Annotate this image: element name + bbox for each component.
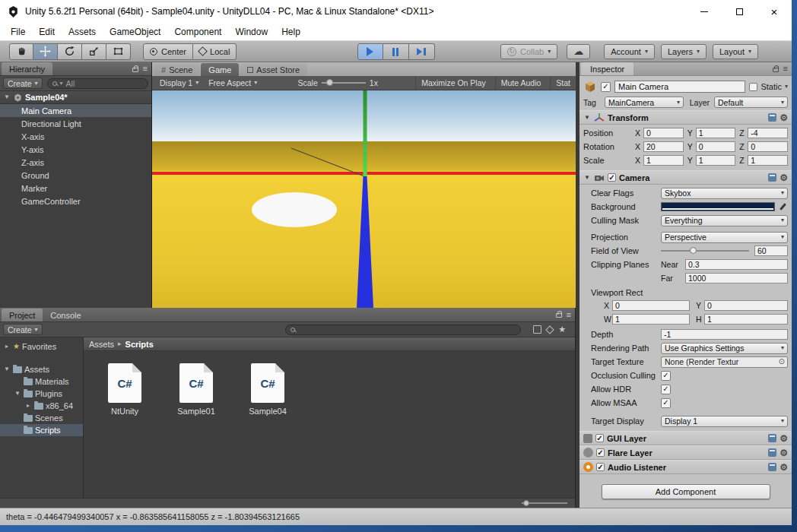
scale-x-field[interactable]: 1	[643, 155, 684, 166]
foldout-open-icon[interactable]: ▼	[3, 94, 11, 100]
search-by-type-icon[interactable]	[533, 325, 541, 334]
hierarchy-item-marker[interactable]: Marker	[0, 182, 151, 195]
viewport-y-field[interactable]: 0	[704, 300, 788, 311]
menu-file[interactable]: File	[4, 23, 32, 40]
depth-field[interactable]: -1	[661, 329, 788, 340]
play-button[interactable]	[357, 43, 383, 60]
panel-menu-icon[interactable]: ≡	[143, 65, 148, 73]
allow-hdr-checkbox[interactable]: ✓	[661, 385, 671, 394]
asset-zoom-thumb[interactable]	[523, 500, 529, 506]
fov-slider[interactable]	[661, 250, 749, 252]
far-clip-field[interactable]: 1000	[685, 273, 788, 283]
audio-listener-header[interactable]: ✓ Audio Listener ⚙	[579, 460, 792, 474]
gear-icon[interactable]: ⚙	[780, 448, 788, 458]
static-toggle[interactable]: Static ▾	[749, 82, 788, 91]
foldout-closed-icon[interactable]: ▸	[24, 403, 32, 409]
gear-icon[interactable]: ⚙	[780, 434, 788, 443]
asset-zoom-slider[interactable]	[522, 502, 567, 504]
step-button[interactable]	[409, 43, 435, 60]
culling-mask-dropdown[interactable]: Everything▾	[661, 215, 788, 226]
object-picker-icon[interactable]: ⊙	[779, 358, 785, 366]
tree-item-materials[interactable]: Materials	[0, 375, 83, 388]
breadcrumb-scripts[interactable]: Scripts	[125, 340, 154, 349]
near-clip-field[interactable]: 0.3	[685, 259, 788, 270]
maximize-button[interactable]	[722, 0, 757, 23]
position-y-field[interactable]: 1	[696, 128, 736, 138]
viewport-h-field[interactable]: 1	[704, 314, 788, 325]
tree-item-scenes[interactable]: Scenes	[0, 412, 83, 424]
asset-sample04[interactable]: C# Sample04	[243, 363, 292, 416]
hierarchy-create-button[interactable]: Create ▾	[3, 78, 43, 89]
layers-dropdown[interactable]: Layers ▾	[661, 44, 707, 59]
position-z-field[interactable]: -4	[748, 128, 788, 138]
hierarchy-item-x-axis[interactable]: X-axis	[0, 130, 151, 143]
foldout-open-icon[interactable]: ▼	[3, 366, 11, 372]
tag-dropdown[interactable]: MainCamera▾	[605, 97, 684, 108]
collab-button[interactable]: ↻ Collab ▾	[500, 44, 557, 59]
foldout-open-icon[interactable]: ▼	[14, 391, 21, 397]
menu-help[interactable]: Help	[275, 23, 307, 40]
tree-item-scripts[interactable]: Scripts	[0, 424, 83, 436]
lock-icon[interactable]	[556, 313, 562, 318]
help-icon[interactable]	[768, 434, 776, 442]
search-by-label-icon[interactable]	[545, 325, 554, 334]
display-dropdown[interactable]: Display 1▾	[157, 76, 202, 90]
tree-item-assets[interactable]: ▼ Assets	[0, 363, 83, 375]
tree-item-favorites[interactable]: ▸ ★ Favorites	[0, 340, 83, 353]
foldout-open-icon[interactable]: ▼	[583, 175, 591, 181]
gear-icon[interactable]: ⚙	[780, 463, 788, 472]
rendering-path-dropdown[interactable]: Use Graphics Settings▾	[661, 343, 788, 354]
enabled-checkbox[interactable]: ✓	[601, 82, 611, 92]
gear-icon[interactable]: ⚙	[780, 173, 788, 182]
clear-flags-dropdown[interactable]: Skybox▾	[661, 188, 788, 199]
tab-scene[interactable]: # Scene	[154, 63, 200, 76]
flare-layer-header[interactable]: ✓ Flare Layer ⚙	[579, 445, 792, 460]
tab-console[interactable]: Console	[43, 309, 88, 321]
pause-button[interactable]	[383, 43, 409, 60]
aspect-dropdown[interactable]: Free Aspect▾	[205, 76, 260, 90]
gear-icon[interactable]: ⚙	[780, 113, 788, 122]
move-tool-button[interactable]	[33, 43, 58, 60]
fov-slider-thumb[interactable]	[690, 247, 697, 254]
fov-field[interactable]: 60	[754, 245, 788, 256]
camera-enabled-checkbox[interactable]: ✓	[608, 173, 616, 182]
add-component-button[interactable]: Add Component	[602, 484, 770, 499]
help-icon[interactable]	[768, 448, 776, 457]
lock-icon[interactable]	[132, 68, 138, 72]
tab-hierarchy[interactable]: Hierarchy	[2, 62, 52, 75]
asset-ntunity[interactable]: C# NtUnity	[100, 363, 149, 416]
transform-header[interactable]: ▼ Transform ⚙	[579, 110, 792, 125]
target-display-dropdown[interactable]: Display 1▾	[661, 416, 788, 427]
tab-project[interactable]: Project	[2, 309, 43, 321]
camera-header[interactable]: ▼ ✓ Camera ⚙	[579, 170, 792, 185]
breadcrumb-assets[interactable]: Assets	[89, 340, 114, 349]
menu-component[interactable]: Component	[167, 23, 228, 40]
hierarchy-item-y-axis[interactable]: Y-axis	[0, 143, 151, 156]
cloud-button[interactable]: ☁	[567, 44, 590, 59]
hierarchy-item-z-axis[interactable]: Z-axis	[0, 156, 151, 169]
tab-asset-store[interactable]: Asset Store	[240, 63, 307, 76]
menu-window[interactable]: Window	[228, 23, 275, 40]
help-icon[interactable]	[768, 173, 776, 182]
minimize-button[interactable]	[687, 0, 722, 23]
hierarchy-item-main-camera[interactable]: Main Camera	[0, 104, 151, 117]
hierarchy-item-gamecontroller[interactable]: GameController	[0, 195, 151, 207]
rect-tool-button[interactable]	[106, 43, 131, 60]
help-icon[interactable]	[768, 463, 776, 471]
rotation-z-field[interactable]: 0	[748, 141, 788, 152]
tree-item-plugins[interactable]: ▼ Plugins	[0, 388, 83, 400]
status-bar[interactable]: theta = -0.446479499340057 x = -0.863585…	[0, 508, 792, 525]
layout-dropdown[interactable]: Layout ▾	[713, 44, 758, 59]
help-icon[interactable]	[768, 113, 776, 122]
scale-y-field[interactable]: 1	[696, 155, 736, 166]
gui-layer-header[interactable]: ✓ GUI Layer ⚙	[579, 431, 792, 445]
maximize-on-play-button[interactable]: Maximize On Play	[415, 76, 491, 90]
menu-assets[interactable]: Assets	[62, 23, 103, 40]
hierarchy-search-input[interactable]: ▾ All	[47, 78, 148, 89]
tab-inspector[interactable]: Inspector	[581, 62, 633, 75]
layer-dropdown[interactable]: Default▾	[714, 97, 788, 108]
close-button[interactable]: ×	[757, 0, 792, 23]
foldout-closed-icon[interactable]: ▸	[3, 344, 11, 350]
scale-slider[interactable]	[322, 82, 366, 84]
project-create-button[interactable]: Create ▾	[3, 324, 43, 335]
